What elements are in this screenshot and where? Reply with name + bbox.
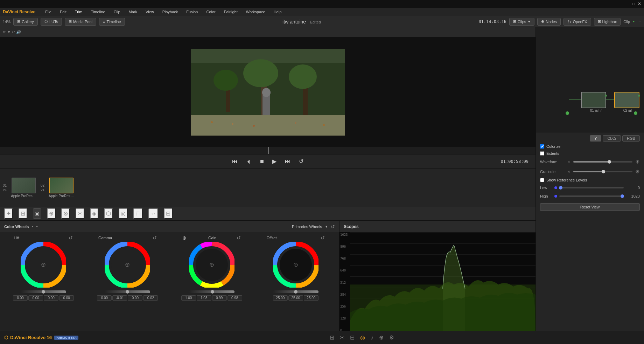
clip-thumb-02[interactable] [49,178,74,193]
go-to-start-btn[interactable]: ⏮ [231,157,239,166]
graticule-slider-thumb[interactable] [602,170,605,173]
channel-y-btn[interactable]: Y [590,135,601,142]
reset-view-btn[interactable]: Reset View [540,203,640,211]
clips-btn[interactable]: ⊞ Clips ▼ [509,18,534,26]
media-pool-btn[interactable]: ⊟ Media Pool [65,18,96,26]
offset-wheel[interactable] [273,242,318,288]
tool-misc[interactable]: ⊟ [164,208,173,219]
gamma-val-g[interactable]: -0.01 [112,295,127,301]
gain-reset-btn[interactable]: ↺ [237,235,241,241]
offset-val-r[interactable]: 25.00 [273,295,288,301]
luts-btn[interactable]: ⬡ LUTs [41,18,62,26]
gamma-slider[interactable] [105,290,150,293]
tool-wand[interactable]: ✦ [4,208,13,219]
openfx-btn[interactable]: ƒx OpenFX [564,18,591,26]
tool-circle[interactable]: ◉ [33,208,41,219]
clip-thumb-01[interactable] [12,178,36,193]
bottom-settings[interactable]: ⚙ [389,334,394,341]
gain-slider[interactable] [189,290,234,293]
lift-reset-btn[interactable]: ↺ [69,235,73,241]
lift-val-r[interactable]: 0.00 [13,295,28,301]
menu-view[interactable]: View [144,9,155,15]
tool-tracker[interactable]: ◈ [90,208,98,219]
tool-color[interactable]: ◎ [119,208,128,219]
low-slider[interactable] [559,187,624,188]
gamma-val-b[interactable]: 0.00 [128,295,142,301]
lift-val-b[interactable]: 0.00 [44,295,58,301]
graticule-slider[interactable] [573,171,632,172]
close-btn[interactable]: ✕ [638,1,641,6]
tool-curves[interactable]: ⊗ [61,208,70,219]
gamma-slider-thumb[interactable] [126,290,129,294]
gamma-wheel[interactable] [105,242,150,288]
bottom-nav-fusion[interactable]: ⊟ [350,334,355,341]
menu-workspace[interactable]: Workspace [245,9,267,15]
tool-resize[interactable]: ↔ [148,208,158,219]
nodes-btn[interactable]: ⊕ Nodes [537,18,561,26]
lift-slider[interactable] [21,290,66,293]
step-back-btn[interactable]: ⏴ [245,157,253,166]
clip-item-01[interactable]: Apple ProRes ... [11,178,36,198]
channel-cbcr-btn[interactable]: CbCr [603,135,621,142]
tool-grid[interactable]: ⊞ [19,208,27,219]
menu-edit[interactable]: Edit [58,9,68,15]
minimize-btn[interactable]: ─ [626,1,630,6]
offset-slider[interactable] [273,290,318,293]
high-slider[interactable] [559,195,624,197]
tool-lut[interactable]: ⬚ [133,208,143,219]
offset-reset-btn[interactable]: ↺ [321,235,325,241]
menu-file[interactable]: File [44,9,53,15]
more-options-icon[interactable]: ⋯ [637,19,641,24]
waveform-slider-thumb[interactable] [608,160,611,164]
menu-mark[interactable]: Mark [127,9,139,15]
lift-val-master[interactable]: 0.00 [59,295,74,301]
gain-val-g[interactable]: 1.03 [197,295,211,301]
gain-wheel[interactable] [189,242,234,288]
cw-reset-icon[interactable]: ↺ [331,224,335,229]
channel-rgb-btn[interactable]: RGB [622,135,640,142]
video-viewer[interactable] [0,37,536,147]
loop-btn[interactable]: ↺ [298,157,305,166]
stop-btn[interactable]: ■ [259,156,265,166]
play-btn[interactable]: ▶ [271,157,278,166]
gamma-val-r[interactable]: 0.00 [97,295,112,301]
go-to-end-btn[interactable]: ⏭ [284,157,292,166]
bottom-nav-fairlight[interactable]: ♪ [371,335,373,341]
waveform-slider[interactable] [573,161,632,163]
tool-edit[interactable]: ✂ [76,208,84,219]
menu-clip[interactable]: Clip [112,9,122,15]
menu-color[interactable]: Color [205,9,217,15]
gain-val-b[interactable]: 0.99 [212,295,227,301]
lightbox-btn[interactable]: ⊞ Lightbox [594,18,621,26]
offset-slider-thumb[interactable] [294,290,298,294]
high-slider-thumb[interactable] [621,194,624,198]
menu-playback[interactable]: Playback [161,9,180,15]
gallery-btn[interactable]: ⊞ Gallery [13,18,38,26]
extents-checkbox[interactable] [540,151,544,156]
bottom-nav-mediapool[interactable]: ⊞ [330,334,334,341]
timeline-btn[interactable]: ≡ Timeline [99,18,125,26]
bottom-nav-edit[interactable]: ✂ [340,334,344,341]
tool-node[interactable]: ⊕ [47,208,56,219]
bottom-nav-color[interactable]: ◎ [360,334,365,341]
primaries-dropdown-icon[interactable]: ▼ [325,225,328,228]
gain-val-master[interactable]: 0.98 [227,295,242,301]
lift-slider-thumb[interactable] [42,290,45,294]
lift-wheel[interactable] [21,242,66,288]
menu-trim[interactable]: Trim [74,9,84,15]
gamma-reset-btn[interactable]: ↺ [153,235,157,241]
low-slider-thumb[interactable] [559,186,562,190]
timecode-bar[interactable] [0,147,536,154]
offset-val-b[interactable]: 25.00 [304,295,318,301]
colorize-checkbox[interactable] [540,144,544,149]
gain-slider-thumb[interactable] [211,290,214,294]
show-ref-levels-checkbox[interactable] [540,178,544,182]
gain-val-r[interactable]: 1.00 [181,295,196,301]
low-value[interactable]: 0 [626,186,640,190]
clip-item-02[interactable]: Apple ProRes ... [49,178,74,198]
high-value[interactable]: 1023 [626,194,640,198]
bottom-nav-deliver[interactable]: ⊕ [379,334,384,341]
tool-blur[interactable]: ⬡ [104,208,113,219]
offset-val-g[interactable]: 25.00 [288,295,303,301]
lift-val-g[interactable]: 0.00 [28,295,43,301]
